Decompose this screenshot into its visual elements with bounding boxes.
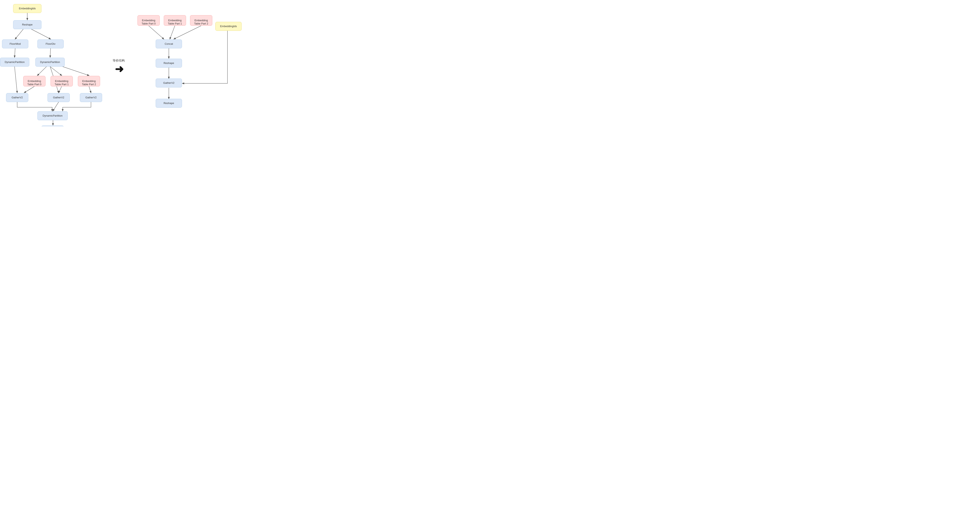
diagram-container: EmbeddingIds Reshape FloorMod FloorDiv D… [0, 0, 245, 126]
right-embpart1-node: EmbeddingTable Part 1 [164, 15, 186, 26]
left-dynpart3-node: DynamicPartition [37, 111, 68, 120]
right-embpart2-node: EmbeddingTable Part 2 [190, 15, 212, 26]
left-floordiv-node: FloorDiv [37, 40, 64, 48]
left-embpart1-node: EmbeddingTable Part 1 [51, 76, 73, 86]
right-embeddingids-node: EmbeddingIds [215, 22, 242, 31]
svg-line-16 [170, 26, 175, 39]
left-reshape1-node: Reshape [13, 20, 41, 29]
right-gatherv2-node: GatherV2 [156, 78, 182, 88]
left-embeddingids-node: EmbeddingIds [13, 4, 41, 13]
svg-line-9 [24, 86, 34, 93]
right-reshape2-node: Reshape [156, 99, 182, 108]
svg-line-7 [63, 67, 89, 75]
svg-line-2 [31, 29, 51, 39]
left-gatherv2-2-node: GatherV2 [80, 93, 102, 102]
left-reshape2-node: Reshape [41, 126, 64, 126]
svg-line-17 [174, 26, 201, 39]
svg-line-1 [15, 29, 23, 39]
svg-line-4 [50, 48, 51, 57]
svg-line-11 [89, 86, 91, 93]
svg-line-3 [14, 48, 15, 57]
left-embpart2-node: EmbeddingTable Part 2 [78, 76, 100, 86]
svg-line-8 [14, 67, 17, 93]
right-reshape1-node: Reshape [156, 59, 182, 68]
left-gatherv2-1-node: GatherV2 [48, 93, 70, 102]
equiv-arrow: ➜ [115, 64, 124, 74]
right-concat-node: Concat [156, 40, 182, 48]
svg-line-10 [59, 86, 62, 93]
left-dynpart1-node: DynamicPartition [0, 58, 29, 67]
svg-line-12 [53, 102, 59, 111]
left-dynpart2-node: DynamicPartition [35, 58, 65, 67]
right-embpart0-node: EmbeddingTable Part 0 [137, 15, 160, 26]
svg-line-15 [149, 26, 164, 39]
equiv-label: 等价结构 [113, 59, 125, 62]
svg-line-5 [37, 67, 46, 75]
left-floormod-node: FloorMod [2, 40, 28, 48]
left-embpart0-node: EmbeddingTable Part 0 [23, 76, 46, 86]
left-gatherv2-0-node: GatherV2 [6, 93, 28, 102]
svg-line-6 [50, 67, 62, 75]
